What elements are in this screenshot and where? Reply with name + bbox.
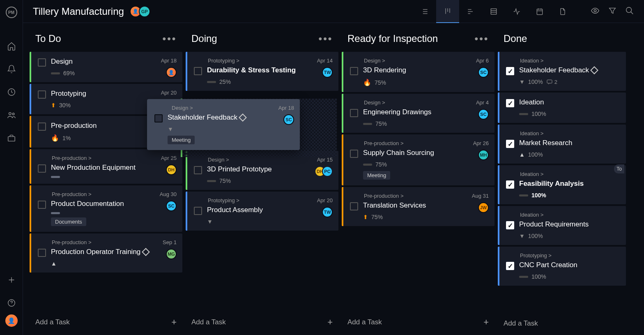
task-card[interactable]: Ideation 100% [498,92,626,123]
progress-bar [519,113,528,115]
help-icon[interactable] [7,298,16,308]
card-checkbox[interactable] [154,114,163,122]
sheet-view-tab[interactable] [482,0,505,23]
eye-icon[interactable] [591,6,600,17]
svg-point-7 [594,9,596,12]
task-card[interactable]: Pre-production > Translation Services ⬆7… [342,187,494,226]
card-date: Apr 6 [476,58,489,64]
list-view-tab[interactable] [413,0,436,23]
card-checkbox[interactable] [350,150,358,158]
dragged-card[interactable]: Design > Stakeholder Feedback ▼ Meeting … [147,99,300,150]
priority-none-icon [51,176,60,178]
avatar[interactable]: MH [478,150,489,160]
column-title: Done [504,33,527,44]
file-view-tab[interactable] [551,0,574,23]
card-title: New Production Equipment [51,164,176,172]
sidebar: PM 👤 [0,0,23,335]
card-checkbox[interactable] [194,207,202,215]
clock-icon[interactable] [7,87,16,97]
task-card[interactable]: Design > 3D Rendering 🔥75% Apr 6SC [342,52,494,92]
card-tag: Meeting [363,171,390,180]
avatar[interactable]: SC [283,114,294,125]
card-percent: 75% [219,178,231,184]
activity-view-tab[interactable] [505,0,528,23]
avatar[interactable]: SC [478,109,489,120]
column-menu-icon[interactable]: ●●● [318,35,333,42]
card-category: Pre-production > [364,140,488,146]
card-category: Pre-production > [364,193,488,199]
card-checkbox[interactable] [506,180,514,189]
task-card[interactable]: Ideation > Market Research ▲100% [498,125,626,164]
avatar[interactable]: PC [322,166,333,177]
briefcase-icon[interactable] [7,133,16,143]
task-card[interactable]: Design > Engineering Drawings 75% Apr 4S… [342,94,494,133]
avatar[interactable]: MG [166,249,177,259]
avatar[interactable]: TW [322,207,333,217]
card-checkbox[interactable] [506,221,514,229]
card-checkbox[interactable] [194,67,202,75]
task-card[interactable]: Ideation > Product Requirements ▼100% [498,206,626,245]
home-icon[interactable] [7,41,16,51]
card-checkbox[interactable] [38,164,46,173]
progress-bar [207,81,216,83]
bell-icon[interactable] [7,64,16,74]
search-icon[interactable] [625,6,634,17]
member-avatars[interactable]: 👤 GP [132,6,150,17]
app-logo[interactable]: PM [6,7,17,18]
card-checkbox[interactable] [38,201,46,209]
card-checkbox[interactable] [506,67,514,75]
add-task-button[interactable]: Add a Task + [184,310,340,335]
card-checkbox[interactable] [38,58,46,67]
progress-bar [519,194,528,196]
task-card[interactable]: Ideation > Stakeholder Feedback ▼100%2 [498,52,626,91]
calendar-view-tab[interactable] [528,0,551,23]
task-card[interactable]: Prototyping > Product Assembly ▼ Apr 20T… [186,192,338,231]
card-checkbox[interactable] [38,90,46,99]
card-checkbox[interactable] [506,99,514,107]
column-menu-icon[interactable]: ●●● [474,35,489,42]
svg-point-8 [626,7,632,12]
task-card[interactable]: Pre-production > Production Operator Tra… [30,233,182,273]
user-avatar[interactable]: 👤 [5,314,18,327]
card-checkbox[interactable] [350,67,358,75]
card-category: Design > [208,157,332,163]
add-task-button[interactable]: Add a Task + [28,310,184,335]
task-card[interactable]: Prototyping > Durability & Stress Testin… [186,52,338,91]
card-checkbox[interactable] [350,109,358,117]
add-task-button[interactable]: Add a Task [496,312,628,335]
card-checkbox[interactable] [194,166,202,174]
avatar[interactable]: SC [166,201,177,211]
avatar[interactable]: 👤 [166,67,177,78]
task-card[interactable]: Design 69% Apr 18👤 [30,52,182,82]
board-view-tab[interactable] [436,0,459,23]
avatar[interactable]: DH [166,164,177,175]
avatar[interactable]: JW [478,202,489,213]
card-title: Durability & Stress Testing [207,66,332,74]
card-date: Apr 25 [161,155,177,161]
card-checkbox[interactable] [38,249,46,257]
milestone-icon [239,113,247,122]
card-category: Prototyping > [208,197,332,203]
comment-count[interactable]: 2 [546,79,557,85]
filter-icon[interactable] [608,6,617,17]
task-card[interactable]: Ideation > Feasibility Analysis 100% [498,165,626,204]
gantt-view-tab[interactable] [459,0,482,23]
column-menu-icon[interactable]: ●●● [162,35,177,42]
task-card[interactable]: Pre-production > Product Documentation D… [30,185,182,232]
card-checkbox[interactable] [506,140,514,148]
task-card[interactable]: Pre-production > New Production Equipmen… [30,149,182,184]
card-date: Apr 20 [161,90,177,96]
card-checkbox[interactable] [38,122,46,131]
card-checkbox[interactable] [350,202,358,210]
card-checkbox[interactable] [506,262,514,270]
add-task-button[interactable]: Add a Task + [340,310,496,335]
avatar[interactable]: TW [322,67,333,78]
avatar[interactable]: SC [478,67,489,78]
people-icon[interactable] [7,110,16,120]
card-title: 3D Rendering [363,66,488,74]
task-card[interactable]: Prototyping > CNC Part Creation 100% [498,247,626,286]
card-percent: 100% [528,151,543,158]
plus-icon[interactable] [7,275,16,285]
task-card[interactable]: Pre-production > Supply Chain Sourcing 7… [342,134,494,185]
avatar[interactable]: GP [139,6,150,17]
